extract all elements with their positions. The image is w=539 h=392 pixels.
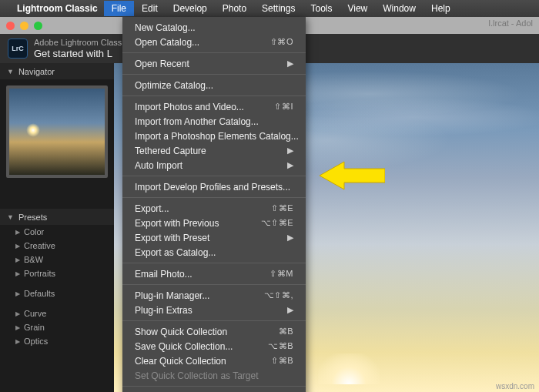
menu-window[interactable]: Window — [375, 1, 424, 16]
menu-help[interactable]: Help — [424, 1, 458, 16]
chevron-right-icon: ▶ — [287, 305, 293, 315]
menu-separator — [122, 386, 306, 387]
chevron-right-icon: ▶ — [15, 324, 20, 331]
menu-view[interactable]: View — [340, 1, 375, 16]
menu-item-label: Export with Previous — [135, 218, 219, 229]
left-sidebar: ▼ Navigator ▼ Presets ▶Color ▶Creative ▶… — [0, 63, 114, 392]
menu-item-email-photo[interactable]: Email Photo...⇧⌘M — [122, 266, 306, 281]
menu-item-plug-in-manager[interactable]: Plug-in Manager...⌥⇧⌘, — [122, 288, 306, 303]
menu-separator — [122, 284, 306, 285]
menu-item-export-as-catalog[interactable]: Export as Catalog... — [122, 245, 306, 260]
document-title: l.lrcat - Adol — [489, 18, 533, 28]
file-menu-dropdown: New Catalog...Open Catalog...⇧⌘OOpen Rec… — [122, 17, 306, 392]
watermark: wsxdn.com — [496, 382, 534, 390]
presets-panel-header[interactable]: ▼ Presets — [0, 209, 114, 225]
menu-item-import-from-another-catalog[interactable]: Import from Another Catalog... — [122, 114, 306, 129]
menu-file[interactable]: File — [104, 1, 134, 16]
menu-shortcut: ⇧⌘B — [271, 356, 293, 366]
menu-item-label: Show Quick Collection — [135, 327, 227, 337]
menu-item-open-recent[interactable]: Open Recent▶ — [122, 56, 306, 71]
menu-item-label: Set Quick Collection as Target — [135, 370, 259, 381]
preset-group-creative[interactable]: ▶Creative — [0, 239, 114, 253]
menu-item-label: Open Recent — [135, 59, 189, 69]
menu-item-label: Email Photo... — [135, 269, 192, 280]
menu-item-label: Import from Another Catalog... — [135, 116, 259, 127]
toolbar-subtitle: Adobe Lightroom Classic — [34, 38, 128, 48]
menu-item-plug-in-extras[interactable]: Plug-in Extras▶ — [122, 303, 306, 317]
menu-item-save-quick-collection[interactable]: Save Quick Collection...⌥⌘B — [122, 339, 306, 353]
menu-item-label: New Catalog... — [135, 22, 196, 33]
menu-separator — [122, 74, 306, 75]
menu-item-clear-quick-collection[interactable]: Clear Quick Collection⇧⌘B — [122, 353, 306, 368]
menu-item-import-photos-and-video[interactable]: Import Photos and Video...⇧⌘I — [122, 99, 306, 114]
menu-shortcut: ⌥⇧⌘, — [264, 290, 293, 300]
menu-shortcut: ⇧⌘I — [274, 102, 293, 112]
presets-label: Presets — [18, 213, 47, 222]
chevron-right-icon: ▶ — [15, 229, 20, 236]
menu-item-open-catalog[interactable]: Open Catalog...⇧⌘O — [122, 35, 306, 49]
preset-group-bw[interactable]: ▶B&W — [0, 253, 114, 266]
menu-tools[interactable]: Tools — [303, 1, 340, 16]
preset-group-curve[interactable]: ▶Curve — [0, 307, 114, 320]
menu-item-label: Save Quick Collection... — [135, 341, 233, 352]
menu-item-optimize-catalog[interactable]: Optimize Catalog... — [122, 78, 306, 92]
menu-separator — [122, 320, 306, 321]
menu-separator — [122, 176, 306, 176]
menu-shortcut: ⌘B — [279, 327, 293, 337]
menu-item-export[interactable]: Export...⇧⌘E — [122, 201, 306, 216]
toolbar-title-block: Adobe Lightroom Classic Get started with… — [34, 38, 128, 60]
menu-item-import-a-photoshop-elements-catalog[interactable]: Import a Photoshop Elements Catalog... — [122, 129, 306, 143]
chevron-right-icon: ▶ — [287, 146, 293, 156]
menu-item-new-catalog[interactable]: New Catalog... — [122, 20, 306, 35]
preset-group-color[interactable]: ▶Color — [0, 225, 114, 239]
svg-marker-0 — [320, 162, 385, 189]
minimize-window-icon[interactable] — [20, 22, 28, 30]
chevron-right-icon: ▶ — [15, 338, 20, 345]
annotation-arrow-icon — [320, 159, 385, 195]
menu-item-export-with-previous[interactable]: Export with Previous⌥⇧⌘E — [122, 216, 306, 230]
toolbar-title: Get started with L — [34, 48, 128, 60]
close-window-icon[interactable] — [6, 22, 15, 30]
preset-group-optics[interactable]: ▶Optics — [0, 334, 114, 348]
chevron-right-icon: ▶ — [287, 233, 293, 243]
menu-item-label: Plug-in Manager... — [135, 290, 209, 301]
chevron-right-icon: ▶ — [15, 290, 20, 297]
preset-group-grain[interactable]: ▶Grain — [0, 320, 114, 334]
menu-photo[interactable]: Photo — [215, 1, 254, 16]
navigator-thumbnail[interactable] — [6, 85, 108, 178]
preset-group-defaults[interactable]: ▶Defaults — [0, 286, 114, 300]
menu-item-show-quick-collection[interactable]: Show Quick Collection⌘B — [122, 324, 306, 339]
navigator-panel-header[interactable]: ▼ Navigator — [0, 63, 114, 79]
app-name[interactable]: Lightroom Classic — [17, 3, 98, 14]
chevron-down-icon: ▼ — [7, 213, 14, 221]
menu-item-label: Export with Preset — [135, 233, 209, 243]
menu-item-tethered-capture[interactable]: Tethered Capture▶ — [122, 143, 306, 158]
menu-settings[interactable]: Settings — [254, 1, 303, 16]
menu-item-label: Auto Import — [135, 160, 182, 171]
menu-item-import-develop-profiles-and-presets[interactable]: Import Develop Profiles and Presets... — [122, 179, 306, 194]
lightroom-app-icon: LrC — [8, 39, 28, 59]
fullscreen-window-icon[interactable] — [34, 22, 42, 30]
chevron-right-icon: ▶ — [287, 59, 293, 69]
menu-item-export-with-preset[interactable]: Export with Preset▶ — [122, 230, 306, 245]
menu-separator — [122, 52, 306, 53]
menu-shortcut: ⌥⌘B — [268, 341, 293, 351]
menu-edit[interactable]: Edit — [134, 1, 166, 16]
menu-separator — [122, 263, 306, 263]
menu-item-auto-import[interactable]: Auto Import▶ — [122, 158, 306, 173]
menu-develop[interactable]: Develop — [166, 1, 215, 16]
chevron-right-icon: ▶ — [287, 160, 293, 170]
preset-group-portraits[interactable]: ▶Portraits — [0, 266, 114, 280]
chevron-right-icon: ▶ — [15, 256, 20, 263]
menu-item-label: Export as Catalog... — [135, 247, 216, 258]
menu-item-label: Import Photos and Video... — [135, 102, 244, 112]
menu-separator — [122, 95, 306, 96]
menu-item-set-quick-collection-as-target: Set Quick Collection as Target — [122, 368, 306, 383]
menu-item-label: Optimize Catalog... — [135, 80, 213, 91]
menu-item-label: Import Develop Profiles and Presets... — [135, 182, 290, 193]
chevron-down-icon: ▼ — [7, 68, 14, 75]
macos-menubar: Lightroom Classic File Edit Develop Phot… — [0, 0, 539, 17]
menu-shortcut: ⌥⇧⌘E — [261, 218, 293, 228]
menu-separator — [122, 197, 306, 198]
menu-shortcut: ⇧⌘O — [270, 37, 293, 47]
